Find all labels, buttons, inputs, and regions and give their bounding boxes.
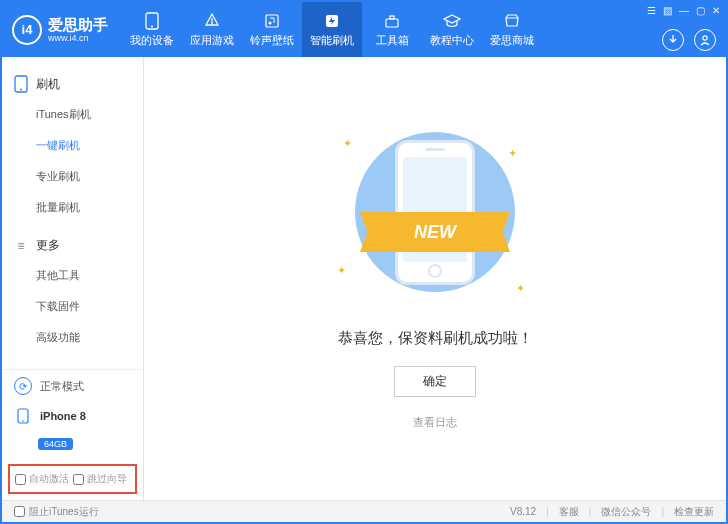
svg-point-9 bbox=[20, 89, 22, 91]
sidebar-section-flash[interactable]: 刷机 bbox=[2, 69, 143, 99]
nav-store[interactable]: 爱思商城 bbox=[482, 2, 542, 57]
header: i4 爱思助手 www.i4.cn 我的设备 应用游戏 铃声壁纸 智能刷机 工具… bbox=[2, 2, 726, 57]
menu-icon[interactable]: ☰ bbox=[647, 5, 656, 16]
mode-row[interactable]: ⟳ 正常模式 bbox=[2, 370, 143, 402]
svg-rect-5 bbox=[386, 19, 398, 27]
skip-guide-checkbox[interactable]: 跳过向导 bbox=[73, 472, 127, 486]
device-name: iPhone 8 bbox=[40, 410, 86, 422]
close-icon[interactable]: ✕ bbox=[712, 5, 720, 16]
nav-tutorial[interactable]: 教程中心 bbox=[422, 2, 482, 57]
svg-rect-2 bbox=[266, 15, 278, 27]
ok-button[interactable]: 确定 bbox=[394, 366, 476, 397]
svg-rect-6 bbox=[390, 16, 394, 19]
maximize-icon[interactable]: ▢ bbox=[696, 5, 705, 16]
main-panel: ✦✦✦✦ NEW 恭喜您，保资料刷机成功啦！ 确定 查看日志 bbox=[144, 57, 726, 500]
svg-point-3 bbox=[269, 21, 272, 24]
logo[interactable]: i4 爱思助手 www.i4.cn bbox=[2, 2, 122, 57]
sidebar-item-download-fw[interactable]: 下载固件 bbox=[2, 291, 143, 322]
sidebar-item-advanced[interactable]: 高级功能 bbox=[2, 322, 143, 353]
sidebar: 刷机 iTunes刷机 一键刷机 专业刷机 批量刷机 ≡ 更多 其他工具 下载固… bbox=[2, 57, 144, 500]
hamburger-icon: ≡ bbox=[14, 239, 28, 253]
wechat-link[interactable]: 微信公众号 bbox=[601, 505, 651, 519]
nav-toolbox[interactable]: 工具箱 bbox=[362, 2, 422, 57]
phone-rect-icon bbox=[14, 75, 28, 93]
top-nav: 我的设备 应用游戏 铃声壁纸 智能刷机 工具箱 教程中心 爱思商城 bbox=[122, 2, 542, 57]
sidebar-item-pro-flash[interactable]: 专业刷机 bbox=[2, 161, 143, 192]
nav-flash[interactable]: 智能刷机 bbox=[302, 2, 362, 57]
skin-icon[interactable]: ▧ bbox=[663, 5, 672, 16]
update-link[interactable]: 检查更新 bbox=[674, 505, 714, 519]
nav-ringtone[interactable]: 铃声壁纸 bbox=[242, 2, 302, 57]
block-itunes-checkbox[interactable]: 阻止iTunes运行 bbox=[14, 505, 99, 519]
flash-icon bbox=[323, 12, 341, 30]
svg-point-1 bbox=[151, 25, 153, 27]
new-ribbon: NEW bbox=[360, 212, 510, 252]
sidebar-item-other-tools[interactable]: 其他工具 bbox=[2, 260, 143, 291]
user-icon[interactable] bbox=[694, 29, 716, 51]
grad-icon bbox=[443, 12, 461, 30]
sidebar-section-more[interactable]: ≡ 更多 bbox=[2, 231, 143, 260]
music-icon bbox=[263, 12, 281, 30]
apps-icon bbox=[203, 12, 221, 30]
app-name: 爱思助手 bbox=[48, 17, 108, 32]
sidebar-item-itunes-flash[interactable]: iTunes刷机 bbox=[2, 99, 143, 130]
device-capacity-badge: 64GB bbox=[38, 438, 73, 450]
sidebar-item-batch-flash[interactable]: 批量刷机 bbox=[2, 192, 143, 223]
options-box: 自动激活 跳过向导 bbox=[8, 464, 137, 494]
success-message: 恭喜您，保资料刷机成功啦！ bbox=[338, 329, 533, 348]
logo-icon: i4 bbox=[12, 15, 42, 45]
sidebar-item-onekey-flash[interactable]: 一键刷机 bbox=[2, 130, 143, 161]
minimize-icon[interactable]: — bbox=[679, 5, 689, 16]
header-right-icons bbox=[662, 29, 716, 51]
version-label: V8.12 bbox=[510, 506, 536, 517]
footer: 阻止iTunes运行 V8.12 | 客服 | 微信公众号 | 检查更新 bbox=[2, 500, 726, 522]
store-icon bbox=[503, 12, 521, 30]
toolbox-icon bbox=[383, 12, 401, 30]
auto-activate-checkbox[interactable]: 自动激活 bbox=[15, 472, 69, 486]
mode-label: 正常模式 bbox=[40, 379, 84, 394]
device-phone-icon bbox=[14, 407, 32, 425]
nav-apps[interactable]: 应用游戏 bbox=[182, 2, 242, 57]
nav-my-device[interactable]: 我的设备 bbox=[122, 2, 182, 57]
window-controls: ☰ ▧ — ▢ ✕ bbox=[647, 5, 720, 16]
device-row[interactable]: iPhone 8 bbox=[2, 402, 143, 433]
download-icon[interactable] bbox=[662, 29, 684, 51]
support-link[interactable]: 客服 bbox=[559, 505, 579, 519]
mode-refresh-icon: ⟳ bbox=[14, 377, 32, 395]
success-illustration: ✦✦✦✦ NEW bbox=[335, 117, 535, 307]
svg-point-7 bbox=[703, 36, 707, 40]
svg-point-11 bbox=[22, 420, 24, 422]
view-log-link[interactable]: 查看日志 bbox=[413, 415, 457, 430]
app-url: www.i4.cn bbox=[48, 34, 108, 43]
phone-icon bbox=[143, 12, 161, 30]
